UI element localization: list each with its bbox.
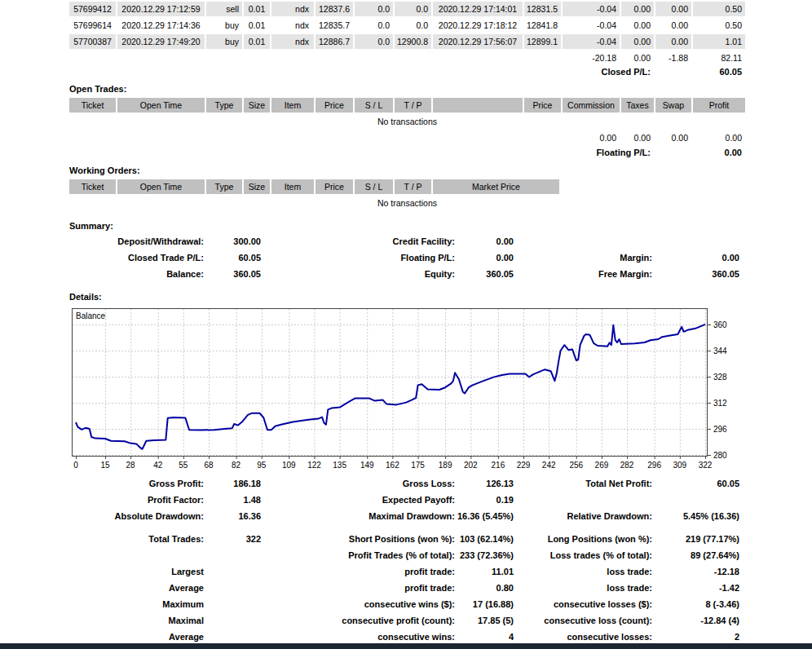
stat-label: loss trade: [495,582,652,594]
x-tick-label: 109 [282,461,296,470]
column-header: Size [244,98,270,113]
open-trades-empty-text: No transactions [69,116,745,127]
column-header: Market Price [433,179,559,194]
summary-item-label: Balance: [49,268,204,280]
closed-trade-cell: 2020.12.29 17:12:59 [117,2,205,16]
closed-trade-cell: buy [206,18,242,33]
closed-trade-cell: 2020.12.29 17:14:01 [433,2,523,16]
x-tick-label: 269 [595,461,609,470]
stat-label: Maximal [49,615,204,627]
stat-value: -1.42 [662,582,739,594]
open-trades-title: Open Trades: [69,83,126,95]
stat-value: 0.19 [436,494,514,506]
x-tick-label: 122 [307,461,321,470]
closed-trade-cell: 0.00 [655,2,691,16]
column-header: S / L [355,179,393,194]
totals-value: 0.00 [693,130,745,142]
x-tick-label: 68 [204,461,214,470]
summary-item-value: 360.05 [183,268,261,280]
stat-label: Short Positions (won %): [298,533,455,545]
summary-item-value: 0.00 [436,236,514,248]
stat-label: Relative Drawdown: [495,510,652,523]
closed-trade-cell: 2020.12.29 17:18:12 [433,18,523,33]
column-header: Ticket [69,98,116,113]
closed-trade-cell: 0.0 [355,2,393,16]
closed-trade-cell: 0.00 [655,18,691,33]
closed-trade-cell: 12837.6 [316,2,353,16]
stat-label: Expected Payoff: [298,494,455,506]
details-title: Details: [69,291,102,303]
closed-trade-cell: 0.00 [621,2,654,16]
x-tick-label: 135 [333,461,346,470]
stat-label: Absolute Drawdown: [49,510,204,523]
y-tick-label: 344 [713,347,727,355]
closed-trade-cell: 0.00 [655,34,691,49]
totals-value: 0.00 [563,130,620,142]
closed-trade-cell: 12835.7 [316,18,353,33]
stat-label: Long Positions (won %): [495,533,652,545]
closed-trade-cell: -0.04 [563,2,620,16]
column-header: Taxes [621,98,654,113]
stat-value: -12.84 (4) [662,615,739,627]
summary-item-label: Equity: [298,268,455,280]
x-tick-label: 322 [699,461,713,470]
column-header: Ticket [69,179,116,194]
column-header: Item [271,179,314,194]
closed-trade-cell: 1.01 [693,34,745,49]
column-header: Price [316,179,353,194]
stat-label: Profit Trades (% of total): [298,550,455,562]
closed-trade-cell: 0.50 [693,2,745,16]
column-header: Profit [693,98,745,113]
floating-pl-value: 0.00 [636,147,742,159]
x-tick-label: 229 [517,461,531,470]
closed-trade-cell: 0.0 [355,34,393,49]
totals-value: 0.00 [655,130,691,142]
closed-trade-cell: 2020.12.29 17:56:07 [433,34,523,49]
y-tick-label: 328 [713,373,727,382]
closed-trade-cell: 57699614 [69,18,116,33]
stat-label: Loss trades (% of total): [495,550,652,562]
column-header: Type [206,98,242,113]
closed-trade-cell: 57700387 [69,34,116,49]
balance-chart: 0152842556882951091221351491621751892022… [72,308,734,471]
column-header: Open Time [117,179,205,194]
stat-label: consecutive profit (count): [298,615,455,627]
column-header: Price [524,98,561,113]
stat-value: 219 (77.17%) [662,533,739,545]
summary-item-value: 360.05 [662,268,739,280]
stat-label: consecutive wins: [298,631,455,643]
stat-label: consecutive losses: [495,631,652,643]
stat-value: 60.05 [662,478,739,490]
closed-trade-cell: -0.04 [563,18,620,33]
stat-label: Total Net Profit: [495,478,652,490]
stat-label: Total Trades: [49,533,204,545]
closed-trade-cell: 0.01 [244,2,270,16]
stat-value: 186.18 [183,478,261,490]
y-tick-label: 360 [713,320,727,329]
closed-trade-cell: -0.04 [563,34,620,49]
x-tick-label: 0 [73,461,78,470]
x-tick-label: 82 [232,461,241,470]
x-tick-label: 189 [439,461,452,470]
stat-label: Largest [49,566,204,578]
closed-trade-cell: 0.50 [693,18,745,33]
x-tick-label: 42 [153,461,163,470]
stat-value: 8 (-3.46) [662,598,739,611]
x-tick-label: 282 [620,461,634,470]
balance-series-line [76,324,705,449]
closed-trade-cell: 0.01 [244,18,270,33]
stat-label: consecutive losses ($): [495,598,652,611]
stat-value: 16.36 [183,510,261,523]
closed-trade-cell: 0.0 [355,18,393,33]
totals-value: -1.88 [655,51,691,62]
totals-value: 82.11 [693,51,745,62]
y-tick-label: 296 [713,425,727,434]
summary-item-value: 300.00 [183,236,261,248]
working-orders-empty-text: No transactions [69,197,745,209]
stat-label: consecutive loss (count): [495,615,652,627]
column-header: Commission [563,98,620,113]
closed-trade-cell: 12899.1 [524,34,561,49]
closed-trade-cell: ndx [271,18,314,33]
x-tick-label: 242 [542,461,556,470]
closed-trade-cell: 2020.12.29 17:49:20 [117,34,205,49]
